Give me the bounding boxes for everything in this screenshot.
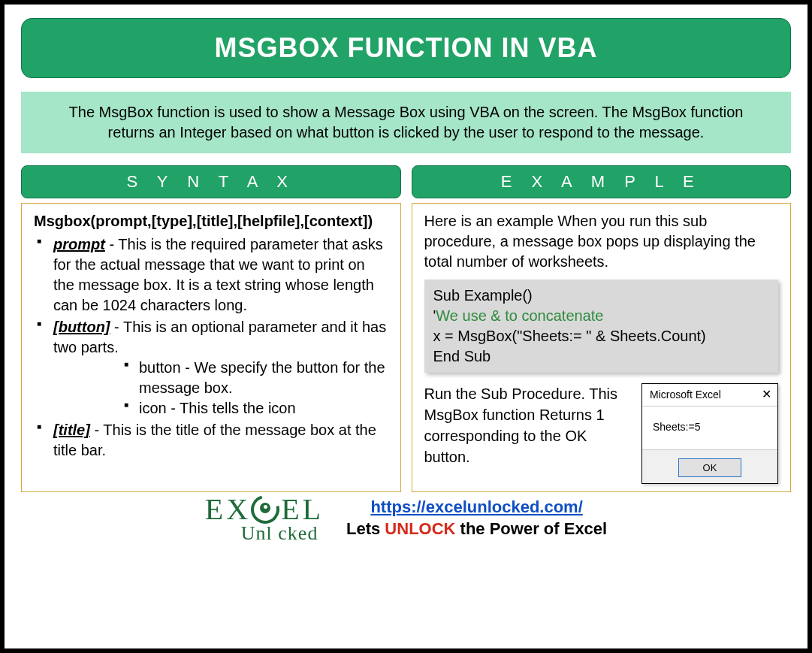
syntax-body: Msgbox(prompt,[type],[title],[helpfile],… [21, 203, 401, 492]
logo-pre: EX [205, 492, 251, 526]
tagline-post: the Power of Excel [455, 519, 607, 538]
columns: S Y N T A X Msgbox(prompt,[type],[title]… [21, 165, 791, 492]
code-line-1: Sub Example() [433, 286, 770, 306]
page-title: MSGBOX FUNCTION IN VBA [21, 18, 791, 78]
param-name: [title] [53, 422, 90, 438]
intro-text: The MsgBox function is used to show a Me… [21, 92, 791, 153]
example-intro: Here is an example When you run this sub… [424, 211, 779, 272]
param-sep: - [110, 319, 123, 335]
msgbox-titlebar: Microsoft Excel ✕ [642, 384, 777, 407]
page-container: MSGBOX FUNCTION IN VBA The MsgBox functi… [0, 0, 812, 653]
example-lower: Run the Sub Procedure. This MsgBox funct… [424, 383, 779, 484]
logo: EXEL Unl cked [205, 495, 328, 541]
tagline-unlock: UNLOCK [385, 519, 455, 538]
code-line-3: x = MsgBox("Sheets:= " & Sheets.Count) [433, 326, 770, 346]
code-comment: We use & to concatenate [436, 307, 603, 324]
footer-link[interactable]: https://excelunlocked.com/ [370, 497, 582, 516]
param-button: [button] - This is an optional parameter… [34, 317, 388, 419]
param-title: [title] - This is the title of the messa… [34, 420, 388, 461]
logo-top: EXEL [205, 495, 324, 525]
msgbox-window: Microsoft Excel ✕ Sheets:=5 OK [641, 383, 778, 484]
param-list: prompt - This is the required parameter … [34, 234, 388, 461]
param-prompt: prompt - This is the required parameter … [34, 234, 388, 316]
example-column: E X A M P L E Here is an example When yo… [412, 165, 792, 492]
param-name: prompt [53, 236, 105, 252]
footer: EXEL Unl cked https://excelunlocked.com/… [21, 495, 791, 541]
example-heading: E X A M P L E [412, 165, 792, 198]
param-sep: - [90, 422, 103, 438]
msgbox-footer: OK [642, 449, 777, 484]
close-icon[interactable]: ✕ [762, 388, 771, 401]
msgbox-body-text: Sheets:=5 [642, 407, 777, 449]
code-line-4: End Sub [433, 346, 770, 367]
logo-o-icon [251, 495, 281, 525]
sub-button: button - We specify the button for the m… [121, 358, 388, 398]
syntax-column: S Y N T A X Msgbox(prompt,[type],[title]… [21, 165, 401, 492]
footer-text: https://excelunlocked.com/ Lets UNLOCK t… [346, 497, 607, 540]
syntax-heading: S Y N T A X [21, 165, 401, 198]
syntax-signature: Msgbox(prompt,[type],[title],[helpfile],… [34, 211, 388, 231]
param-button-sublist: button - We specify the button for the m… [53, 358, 388, 419]
code-line-2: 'We use & to concatenate [433, 306, 770, 326]
example-runtext: Run the Sub Procedure. This MsgBox funct… [424, 383, 633, 467]
param-name: [button] [53, 319, 110, 335]
tagline-pre: Lets [346, 519, 385, 538]
sub-icon: icon - This tells the icon [121, 398, 388, 419]
ok-button[interactable]: OK [678, 458, 742, 478]
logo-bottom: Unl cked [205, 525, 324, 541]
param-sep: - [105, 236, 118, 252]
msgbox-title-text: Microsoft Excel [650, 388, 721, 402]
code-block: Sub Example() 'We use & to concatenate x… [424, 280, 779, 373]
key-icon [260, 503, 270, 513]
logo-post: EL [281, 492, 324, 526]
example-body: Here is an example When you run this sub… [412, 203, 792, 492]
